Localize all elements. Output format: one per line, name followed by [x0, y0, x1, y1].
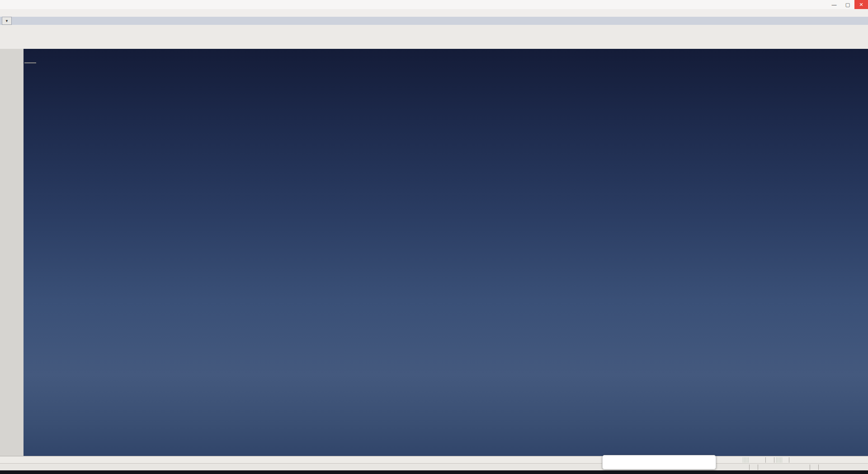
status-bar-bottom [0, 463, 868, 471]
status-bar-top [0, 456, 868, 464]
left-toolbar [0, 49, 24, 456]
close-button[interactable]: ✕ [854, 0, 868, 9]
minimize-button[interactable]: — [827, 0, 841, 9]
display-mode-strip [24, 62, 36, 63]
windows-taskbar-sliver [0, 470, 868, 474]
toolbar-drag-handle[interactable] [2, 50, 22, 53]
status-grip [743, 457, 749, 463]
status-grip [776, 457, 783, 463]
viewport-3d[interactable] [24, 49, 868, 456]
maximize-button[interactable]: ▢ [841, 0, 854, 9]
menu-bar [0, 9, 868, 17]
visi-application-window: — ▢ ✕ ▼ [0, 0, 868, 474]
window-controls: — ▢ ✕ [827, 0, 868, 9]
ime-toolbar [602, 455, 716, 469]
ribbon [0, 25, 868, 49]
tab-overflow-button[interactable]: ▼ [2, 17, 12, 25]
ribbon-tab-bar: ▼ [0, 17, 868, 25]
title-bar: — ▢ ✕ [0, 0, 868, 9]
watermark [404, 227, 407, 227]
